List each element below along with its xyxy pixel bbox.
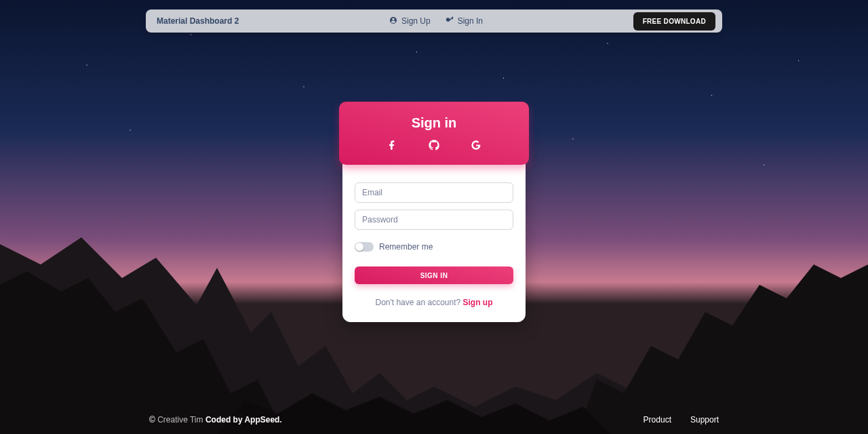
facebook-login-button[interactable] bbox=[386, 140, 398, 153]
signup-prompt: Don't have an account? Sign up bbox=[355, 298, 513, 307]
user-circle-icon bbox=[389, 16, 397, 26]
remember-me-label: Remember me bbox=[379, 242, 433, 252]
github-login-button[interactable] bbox=[428, 140, 440, 153]
github-icon bbox=[429, 140, 439, 153]
password-field[interactable] bbox=[355, 210, 513, 230]
remember-me-toggle[interactable] bbox=[355, 242, 374, 252]
google-login-button[interactable] bbox=[470, 140, 482, 153]
nav-link-label: Sign Up bbox=[401, 16, 431, 26]
brand-title[interactable]: Material Dashboard 2 bbox=[157, 16, 239, 26]
nav-link-signin[interactable]: Sign In bbox=[446, 16, 483, 26]
card-title: Sign in bbox=[339, 115, 529, 131]
footer-link-product[interactable]: Product bbox=[644, 415, 671, 425]
facebook-icon bbox=[387, 140, 397, 153]
key-icon bbox=[446, 16, 454, 26]
copyright-symbol: © bbox=[149, 415, 155, 425]
social-login-row bbox=[339, 140, 529, 153]
email-field[interactable] bbox=[355, 182, 513, 203]
footer-links: Product Support bbox=[644, 415, 719, 425]
nav-link-label: Sign In bbox=[458, 16, 483, 26]
footer-link-support[interactable]: Support bbox=[690, 415, 719, 425]
google-icon bbox=[471, 140, 481, 153]
nav-link-signup[interactable]: Sign Up bbox=[389, 16, 431, 26]
page-footer: © Creative Tim Coded by AppSeed. Product… bbox=[0, 415, 868, 425]
free-download-button[interactable]: FREE DOWNLOAD bbox=[633, 12, 715, 31]
signup-prompt-text: Don't have an account? bbox=[375, 298, 462, 307]
signup-link[interactable]: Sign up bbox=[463, 298, 493, 307]
signin-card: Sign in Remember me bbox=[342, 102, 526, 322]
footer-copyright: © Creative Tim Coded by AppSeed. bbox=[149, 415, 644, 425]
top-navbar: Material Dashboard 2 Sign Up Sign In FRE… bbox=[146, 9, 722, 33]
card-header: Sign in bbox=[339, 102, 529, 165]
coded-by-text: Coded by AppSeed. bbox=[203, 415, 282, 425]
nav-links: Sign Up Sign In bbox=[239, 16, 633, 26]
signin-button[interactable]: SIGN IN bbox=[355, 267, 513, 284]
creative-tim-link[interactable]: Creative Tim bbox=[157, 415, 203, 425]
remember-me-row: Remember me bbox=[355, 242, 513, 252]
